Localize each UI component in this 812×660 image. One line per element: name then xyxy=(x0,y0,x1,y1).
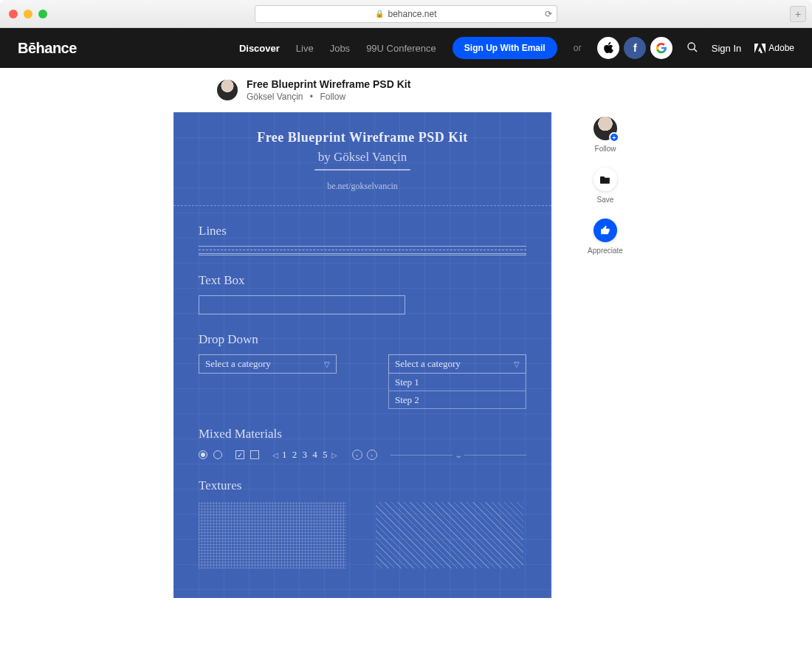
bp-pagination: ◁ 1 2 3 4 5 ▷ xyxy=(272,449,339,461)
signup-email-button[interactable]: Sign Up With Email xyxy=(453,37,557,59)
bp-url: be.net/gokselvancin xyxy=(199,181,526,192)
bp-checkbox-checked: ✓ xyxy=(235,450,244,459)
bp-line-solid xyxy=(199,246,526,247)
author-name[interactable]: Göksel Vançin xyxy=(247,92,303,102)
nav-live[interactable]: Live xyxy=(296,43,314,54)
maximize-window-button[interactable] xyxy=(38,10,47,18)
site-header: Bēhance Discover Live Jobs 99U Conferenc… xyxy=(0,28,812,68)
bp-mixed-title: Mixed Materials xyxy=(199,427,526,441)
bp-texture-diagonal xyxy=(376,502,523,568)
header-right: Sign In Adobe xyxy=(687,41,794,55)
new-tab-button[interactable]: + xyxy=(790,6,806,22)
bp-section-textbox: Text Box xyxy=(199,273,526,314)
appreciate-button[interactable] xyxy=(593,219,617,242)
bp-dropdown-title: Drop Down xyxy=(199,332,526,347)
bp-section-mixed: Mixed Materials ✓ ◁ 1 2 3 4 5 ▷ xyxy=(199,427,526,461)
lock-icon: 🔒 xyxy=(375,10,384,18)
nav-discover[interactable]: Discover xyxy=(239,43,280,54)
bp-title: Free Blueprint Wireframe PSD Kit xyxy=(199,130,526,145)
facebook-signup-button[interactable]: f xyxy=(624,37,646,59)
bp-dd-item-2: Step 2 xyxy=(388,391,526,409)
bp-section-lines: Lines xyxy=(199,224,526,255)
project-header: Free Blueprint Wireframe PSD Kit Göksel … xyxy=(0,68,812,112)
author-avatar[interactable] xyxy=(217,80,238,100)
sidebar-follow: + Follow xyxy=(593,117,617,153)
close-window-button[interactable] xyxy=(9,10,18,18)
bp-chevron-divider: ⌄ xyxy=(390,451,527,459)
chevron-down-icon: ▽ xyxy=(514,360,520,368)
social-signup: f xyxy=(597,37,672,59)
main-nav: Discover Live Jobs 99U Conference Sign U… xyxy=(239,37,673,59)
sidebar-save-label: Save xyxy=(597,196,614,204)
sidebar-appreciate-label: Appreciate xyxy=(588,247,623,255)
svg-point-0 xyxy=(688,43,695,49)
bp-dropdown-open: Select a category▽ Step 1 Step 2 xyxy=(388,354,526,409)
nav-jobs[interactable]: Jobs xyxy=(330,43,350,54)
nav-next-icon: › xyxy=(367,450,377,460)
sidebar-save: Save xyxy=(593,168,617,204)
window-controls xyxy=(9,10,47,18)
bp-radio-unchecked xyxy=(213,450,222,459)
bp-checkbox-unchecked xyxy=(250,450,259,459)
bp-line-dashed xyxy=(199,250,526,250)
project-image: Free Blueprint Wireframe PSD Kit by Göks… xyxy=(173,112,551,598)
bp-dd-placeholder-2: Select a category xyxy=(395,358,461,370)
google-signup-button[interactable] xyxy=(650,37,672,59)
bp-radio-checked xyxy=(199,450,207,459)
bp-line-double xyxy=(199,253,526,255)
adobe-link[interactable]: Adobe xyxy=(754,43,794,53)
url-text: behance.net xyxy=(388,9,436,19)
project-meta: Göksel Vançin • Follow xyxy=(247,92,410,102)
sidebar-appreciate: Appreciate xyxy=(588,219,623,255)
signin-link[interactable]: Sign In xyxy=(712,43,741,54)
follow-link[interactable]: Follow xyxy=(320,92,345,102)
bp-textbox-demo xyxy=(199,295,405,314)
bp-section-dropdown: Drop Down Select a category▽ Select a ca… xyxy=(199,332,526,409)
bp-pager-numbers: 1 2 3 4 5 xyxy=(282,449,329,461)
project-title: Free Blueprint Wireframe PSD Kit xyxy=(247,78,410,90)
save-button[interactable] xyxy=(593,168,617,191)
bp-dd-placeholder: Select a category xyxy=(205,358,271,370)
sidebar-follow-label: Follow xyxy=(595,145,616,153)
nav-prev-icon: ‹ xyxy=(352,450,362,460)
or-text: or xyxy=(574,43,582,53)
plus-badge-icon: + xyxy=(609,132,619,142)
apple-signup-button[interactable] xyxy=(597,37,619,59)
pager-prev-icon: ◁ xyxy=(272,451,280,459)
apple-icon xyxy=(603,42,613,54)
bp-texture-grid xyxy=(199,502,346,568)
bp-dropdown-closed: Select a category▽ xyxy=(199,354,337,409)
chevron-down-icon: ▽ xyxy=(324,360,330,368)
behance-logo[interactable]: Bēhance xyxy=(18,40,77,57)
thumbs-up-icon xyxy=(600,225,610,236)
search-icon xyxy=(687,41,698,53)
sidebar-avatar[interactable]: + xyxy=(593,117,617,140)
bp-nav-arrows: ‹ › xyxy=(352,450,377,460)
reload-icon[interactable]: ⟳ xyxy=(545,9,552,19)
action-sidebar: + Follow Save Appreciate xyxy=(572,112,639,598)
pager-next-icon: ▷ xyxy=(331,451,339,459)
bp-dd-item-1: Step 1 xyxy=(388,374,526,391)
nav-99u[interactable]: 99U Conference xyxy=(366,43,436,54)
google-icon xyxy=(656,42,667,54)
svg-line-1 xyxy=(694,49,697,52)
bp-divider xyxy=(173,205,551,206)
meta-separator: • xyxy=(310,92,313,102)
bp-byline: by Göksel Vançin xyxy=(199,150,526,165)
bp-section-textures: Textures xyxy=(199,478,526,568)
minimize-window-button[interactable] xyxy=(24,10,32,18)
folder-icon xyxy=(600,175,610,184)
bp-textbox-title: Text Box xyxy=(199,273,526,288)
browser-chrome: 🔒 behance.net ⟳ + xyxy=(0,0,812,28)
adobe-icon xyxy=(754,44,765,53)
bp-lines-title: Lines xyxy=(199,224,526,238)
main-content: Free Blueprint Wireframe PSD Kit by Göks… xyxy=(0,112,812,613)
bp-underline xyxy=(314,169,410,171)
search-button[interactable] xyxy=(687,41,698,55)
bp-textures-title: Textures xyxy=(199,478,526,493)
facebook-icon: f xyxy=(633,42,637,54)
address-bar[interactable]: 🔒 behance.net ⟳ xyxy=(255,5,557,23)
